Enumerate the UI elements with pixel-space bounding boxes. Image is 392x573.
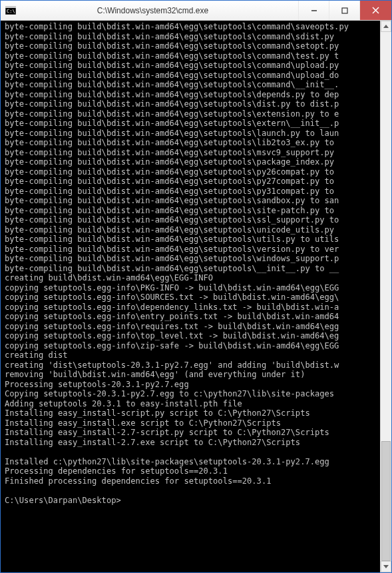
maximize-button[interactable] <box>329 1 359 20</box>
close-button[interactable] <box>359 1 391 20</box>
window-title: C:\Windows\system32\cmd.exe <box>21 1 298 20</box>
window-controls <box>298 1 391 20</box>
close-icon <box>372 7 379 14</box>
svg-marker-8 <box>383 565 389 568</box>
cmd-icon: C:\ <box>1 1 21 20</box>
maximize-icon <box>341 7 348 14</box>
scroll-up-button[interactable] <box>381 21 391 32</box>
svg-rect-4 <box>342 8 347 13</box>
minimize-icon <box>311 7 317 14</box>
minimize-button[interactable] <box>298 1 329 20</box>
svg-rect-1 <box>5 6 16 8</box>
terminal-area: byte-compiling build\bdist.win-amd64\egg… <box>1 21 391 572</box>
scroll-down-button[interactable] <box>381 561 391 572</box>
cmd-window: C:\ C:\Windows\system32\cmd.exe byte-com… <box>0 0 392 573</box>
chevron-down-icon <box>383 565 389 568</box>
chevron-up-icon <box>383 25 389 28</box>
scrollbar-thumb[interactable] <box>381 441 391 561</box>
terminal-output[interactable]: byte-compiling build\bdist.win-amd64\egg… <box>1 21 380 572</box>
titlebar[interactable]: C:\ C:\Windows\system32\cmd.exe <box>1 1 391 21</box>
scrollbar-track[interactable] <box>381 32 391 561</box>
svg-marker-7 <box>383 25 389 28</box>
vertical-scrollbar[interactable] <box>380 21 391 572</box>
svg-text:C:\: C:\ <box>7 9 15 14</box>
